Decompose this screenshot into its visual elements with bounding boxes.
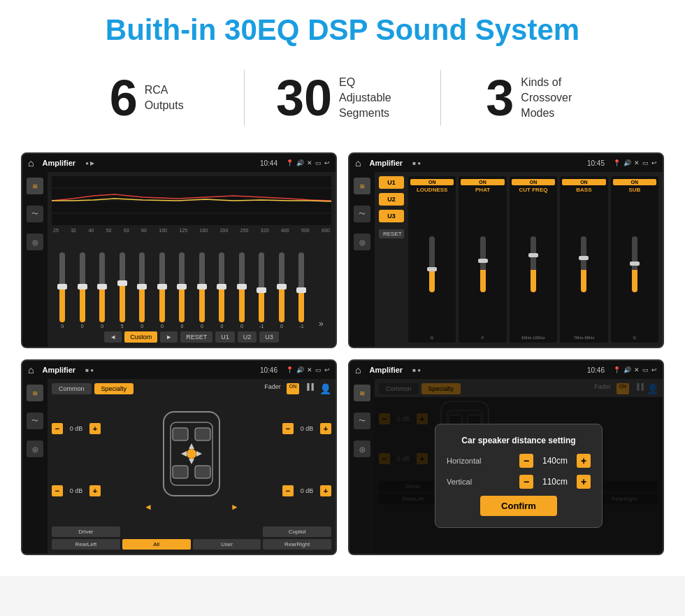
crossover-channels: ON LOUDNESS G ON PHAT [408, 176, 658, 343]
channel-cutfreq: ON CUT FREQ 60Hz-100Hz [510, 176, 557, 343]
driver-btn[interactable]: Driver [52, 527, 120, 537]
fader-common-tab[interactable]: Common [52, 383, 92, 394]
eq-custom-btn[interactable]: Custom [124, 331, 157, 343]
copilot-btn[interactable]: Copilot [263, 527, 331, 537]
crossover-side-eq-icon[interactable]: ≋ [354, 178, 370, 194]
fader-specialty-tab[interactable]: Specialty [94, 383, 134, 394]
dialog-title: Car speaker distance setting [447, 436, 591, 445]
eq-slider-4: 5 [120, 252, 125, 329]
distance-side-speaker-icon[interactable]: ◎ [354, 440, 370, 457]
vertical-minus-btn[interactable]: − [519, 475, 533, 489]
screens-grid: ⌂ Amplifier ● ▶ 10:44 📍 🔊 ✕ ▭ ↩ ≋ 〜 ◎ [21, 152, 664, 555]
left-bottom-plus[interactable]: + [89, 485, 101, 496]
crossover-reset-btn[interactable]: RESET [379, 229, 404, 238]
confirm-button[interactable]: Confirm [480, 496, 557, 516]
crossover-dots: ■ ● [412, 160, 421, 166]
eq-side-speaker-icon[interactable]: ◎ [27, 234, 43, 250]
svg-rect-7 [195, 428, 210, 440]
eq-slider-9: 0 [219, 252, 224, 329]
eq-slider-11: -1 [259, 252, 264, 329]
screen-eq: ⌂ Amplifier ● ▶ 10:44 📍 🔊 ✕ ▭ ↩ ≋ 〜 ◎ [21, 152, 337, 348]
crossover-app-title: Amplifier [369, 159, 403, 167]
distance-dots: ■ ● [412, 367, 421, 373]
distance-time: 10:46 [587, 366, 605, 374]
eq-slider-10: 0 [239, 252, 245, 329]
eq-back-icon: ↩ [324, 159, 330, 166]
distance-side-wave-icon[interactable]: 〜 [354, 413, 370, 429]
eq-vol-icon: 🔊 [296, 159, 304, 166]
horizontal-plus-btn[interactable]: + [577, 454, 591, 468]
distance-close-icon: ✕ [634, 366, 640, 373]
fader-close-icon: ✕ [307, 366, 312, 373]
rearright-btn[interactable]: RearRight [263, 539, 331, 550]
fader-location-icon: 📍 [286, 366, 294, 373]
fader-tab-row: Common Specialty Fader ON ▐▐ 👤 [52, 383, 331, 394]
eq-side-eq-icon[interactable]: ≋ [27, 178, 43, 194]
eq-window-icon: ▭ [315, 159, 322, 166]
eq-prev-btn[interactable]: ◄ [104, 331, 122, 343]
left-top-minus[interactable]: − [52, 423, 63, 434]
eq-screen-content: ≋ 〜 ◎ [22, 172, 336, 347]
right-bottom-plus[interactable]: + [320, 485, 331, 496]
stat-crossover-number: 3 [486, 73, 514, 123]
fader-side-speaker-icon[interactable]: ◎ [27, 440, 43, 457]
fader-dots: ■ ● [85, 367, 94, 373]
vertical-value: 110cm [538, 477, 572, 487]
stat-divider-1 [244, 70, 245, 126]
eq-u3-btn[interactable]: U3 [259, 331, 279, 343]
fader-speaker-layout: − 0 dB + − 0 dB + [52, 399, 331, 521]
fader-side-icons: ≋ 〜 ◎ [22, 379, 48, 554]
preset-u3-btn[interactable]: U3 [379, 210, 404, 222]
eq-u2-btn[interactable]: U2 [238, 331, 257, 343]
eq-freq-labels: 253240506380100125160200250320400500630 [52, 228, 331, 233]
preset-u2-btn[interactable]: U2 [379, 193, 404, 206]
status-bar-eq: ⌂ Amplifier ● ▶ 10:44 📍 🔊 ✕ ▭ ↩ [22, 154, 336, 172]
stat-eq: 30 EQ Adjustable Segments [259, 73, 426, 123]
eq-play-btn[interactable]: ► [160, 331, 178, 343]
right-bottom-minus[interactable]: − [282, 485, 294, 496]
fader-window-icon: ▭ [315, 366, 322, 373]
dialog-vertical-label: Vertical [447, 478, 472, 486]
cutfreq-freq: 60Hz-100Hz [512, 336, 555, 340]
eq-side-wave-icon[interactable]: 〜 [27, 206, 43, 222]
eq-slider-6: 0 [159, 252, 165, 329]
fader-side-wave-icon[interactable]: 〜 [27, 413, 43, 429]
right-top-minus[interactable]: − [282, 423, 294, 434]
svg-point-10 [187, 449, 196, 459]
crossover-main-area: U1 U2 U3 RESET ON LOUDNESS [375, 172, 663, 347]
left-bottom-minus[interactable]: − [52, 485, 63, 496]
crossover-side-speaker-icon[interactable]: ◎ [354, 234, 370, 250]
distance-dialog: Car speaker distance setting Horizontal … [435, 424, 603, 528]
eq-graph [52, 176, 331, 225]
rearleft-btn[interactable]: RearLeft [52, 539, 120, 550]
loudness-freq: G [410, 336, 454, 340]
page-title: Buith-in 30EQ DSP Sound System [21, 14, 664, 46]
cutfreq-on-badge: ON [512, 179, 555, 185]
distance-side-eq-icon[interactable]: ≋ [354, 385, 370, 401]
right-top-plus[interactable]: + [320, 423, 331, 434]
fader-on-badge: ON [287, 383, 300, 394]
stat-eq-number: 30 [276, 73, 332, 123]
fader-right-arrow: ► [231, 502, 239, 512]
eq-reset-btn[interactable]: RESET [180, 331, 212, 343]
loudness-slider [410, 194, 454, 334]
user-btn[interactable]: User [193, 539, 261, 550]
channel-loudness: ON LOUDNESS G [408, 176, 456, 343]
crossover-side-wave-icon[interactable]: 〜 [354, 206, 370, 222]
vertical-plus-btn[interactable]: + [577, 475, 591, 489]
fader-status-icons: 📍 🔊 ✕ ▭ ↩ [286, 366, 330, 373]
fader-back-icon: ↩ [324, 366, 330, 373]
fader-bottom-btns: Driver Copilot RearLeft All User RearRig… [52, 527, 331, 550]
page-wrapper: Buith-in 30EQ DSP Sound System 6 RCA Out… [0, 0, 685, 576]
sub-on-badge: ON [613, 179, 656, 185]
eq-status-icons: 📍 🔊 ✕ ▭ ↩ [286, 159, 330, 166]
preset-u1-btn[interactable]: U1 [379, 176, 404, 189]
distance-bg: Common Specialty Fader ON ▐▐ 👤 − [375, 379, 663, 554]
horizontal-minus-btn[interactable]: − [519, 454, 533, 468]
fader-side-eq-icon[interactable]: ≋ [27, 385, 43, 401]
left-top-plus[interactable]: + [89, 423, 101, 434]
fader-empty-1 [122, 527, 191, 537]
all-btn[interactable]: All [122, 539, 191, 550]
eq-u1-btn[interactable]: U1 [215, 331, 235, 343]
channel-sub: ON SUB G [611, 176, 658, 343]
